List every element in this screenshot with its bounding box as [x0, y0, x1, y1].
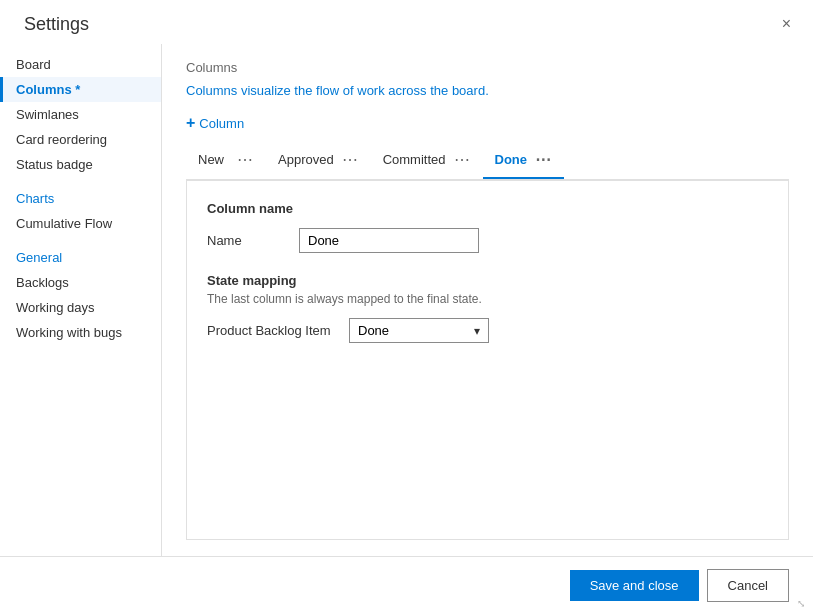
- tab-new-label: New: [198, 152, 224, 167]
- column-name-title: Column name: [207, 201, 768, 216]
- sidebar-item-card-reordering[interactable]: Card reordering: [0, 127, 161, 152]
- resize-handle[interactable]: ⤡: [797, 598, 809, 610]
- sidebar-item-working-days[interactable]: Working days: [0, 295, 161, 320]
- sidebar-section-charts: Charts: [0, 177, 161, 211]
- column-name-group: Column name Name: [207, 201, 768, 253]
- dialog-title: Settings: [24, 14, 89, 35]
- product-backlog-label: Product Backlog Item: [207, 323, 337, 338]
- dialog-body: Board Columns * Swimlanes Card reorderin…: [0, 44, 813, 556]
- save-and-close-button[interactable]: Save and close: [570, 570, 699, 601]
- columns-tabs: New ⋯ Approved ⋯ Committed ⋯ Done ⋯: [186, 144, 789, 180]
- dialog-footer: Save and close Cancel: [0, 556, 813, 614]
- settings-dialog: Settings × Board Columns * Swimlanes Car…: [0, 0, 813, 614]
- sidebar: Board Columns * Swimlanes Card reorderin…: [0, 44, 162, 556]
- main-content: Columns Columns visualize the flow of wo…: [162, 44, 813, 556]
- add-column-label: Column: [199, 116, 244, 131]
- sidebar-item-board[interactable]: Board: [0, 52, 161, 77]
- tab-approved[interactable]: Approved ⋯: [266, 144, 371, 179]
- sidebar-section-general: General: [0, 236, 161, 270]
- name-label: Name: [207, 233, 287, 248]
- sidebar-item-swimlanes[interactable]: Swimlanes: [0, 102, 161, 127]
- tab-committed-more-icon[interactable]: ⋯: [454, 150, 471, 169]
- tab-new[interactable]: New ⋯: [186, 144, 266, 179]
- sidebar-item-backlogs[interactable]: Backlogs: [0, 270, 161, 295]
- state-mapping-title: State mapping: [207, 273, 768, 288]
- tab-new-more-icon[interactable]: ⋯: [237, 150, 254, 169]
- sidebar-item-columns[interactable]: Columns *: [0, 77, 161, 102]
- sidebar-item-cumulative-flow[interactable]: Cumulative Flow: [0, 211, 161, 236]
- chevron-down-icon: ▾: [474, 324, 480, 338]
- tab-done-more-icon[interactable]: ⋯: [535, 150, 552, 169]
- sidebar-item-working-with-bugs[interactable]: Working with bugs: [0, 320, 161, 345]
- state-mapping-section: State mapping The last column is always …: [207, 273, 768, 343]
- close-button[interactable]: ×: [776, 12, 797, 36]
- section-title: Columns: [186, 60, 789, 75]
- product-backlog-select[interactable]: Done ▾: [349, 318, 489, 343]
- sidebar-item-status-badge[interactable]: Status badge: [0, 152, 161, 177]
- dialog-header: Settings ×: [0, 0, 813, 44]
- tab-committed[interactable]: Committed ⋯: [371, 144, 483, 179]
- tab-approved-more-icon[interactable]: ⋯: [342, 150, 359, 169]
- plus-icon: +: [186, 114, 195, 132]
- tab-approved-label: Approved: [278, 152, 334, 167]
- cancel-button[interactable]: Cancel: [707, 569, 789, 602]
- tab-committed-label: Committed: [383, 152, 446, 167]
- column-detail-panel: Column name Name State mapping The last …: [186, 180, 789, 540]
- product-backlog-value: Done: [358, 323, 389, 338]
- tab-done-label: Done: [495, 152, 528, 167]
- add-column-button[interactable]: + Column: [186, 114, 789, 132]
- state-row: Product Backlog Item Done ▾: [207, 318, 768, 343]
- tab-done[interactable]: Done ⋯: [483, 144, 565, 179]
- info-text: Columns visualize the flow of work acros…: [186, 83, 789, 98]
- name-field-row: Name: [207, 228, 768, 253]
- column-name-input[interactable]: [299, 228, 479, 253]
- state-mapping-info: The last column is always mapped to the …: [207, 292, 768, 306]
